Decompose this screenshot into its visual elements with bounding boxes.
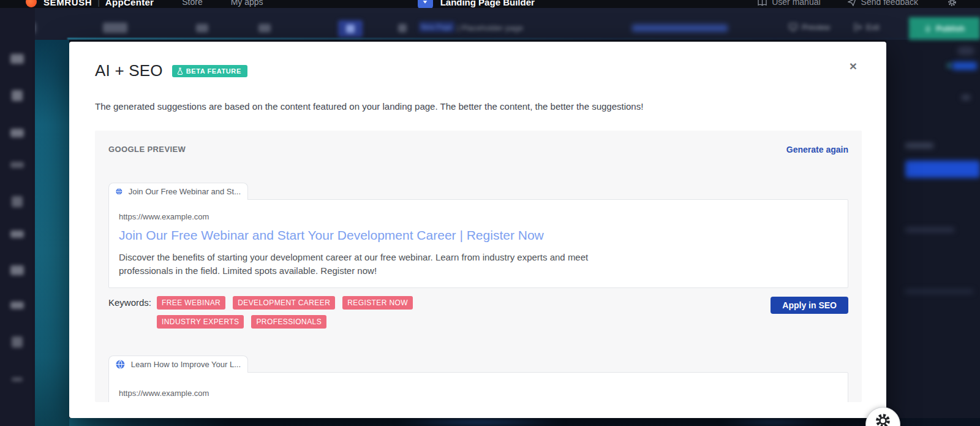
gear-icon: [875, 413, 891, 426]
beta-feature-badge: BETA FEATURE: [172, 65, 247, 77]
publish-label: Publish: [936, 24, 965, 33]
panel-label: [905, 143, 933, 148]
sidebar-image-icon[interactable]: [10, 162, 24, 168]
exit-label: Exit: [866, 23, 880, 32]
send-feedback-label: Send feedback: [861, 0, 918, 7]
brand-suffix: AppCenter: [105, 0, 154, 7]
preview-tab: Learn How to Improve Your L...: [108, 356, 248, 373]
landing-page-builder-app-icon: [418, 0, 433, 8]
serp-description: Discover the benefits of starting your d…: [119, 251, 595, 278]
panel-label: [905, 227, 954, 232]
exit-button[interactable]: Exit: [854, 23, 880, 32]
settings-panel: [886, 40, 980, 418]
flask-icon: [177, 67, 183, 75]
preview-card: Learn How to Improve Your L... https://w…: [108, 355, 848, 402]
serp-preview: https://www.example.com Join Our Free We…: [108, 199, 848, 288]
panel-label: [905, 289, 973, 294]
app-screen: SEMRUSH | AppCenter Store My apps Landin…: [0, 0, 980, 426]
serp-title-link: Join Our Free Webinar and Start Your Dev…: [119, 226, 838, 245]
toolbar-device-icon[interactable]: [398, 24, 407, 32]
page-status-badge: New Page: [419, 21, 454, 32]
generate-again-link[interactable]: Generate again: [786, 145, 848, 154]
ai-seo-modal: × AI + SEO BETA FEATURE The generated su…: [69, 42, 886, 418]
keywords-label: Keywords:: [108, 296, 151, 310]
keyword-chip: FREE WEBINAR: [157, 296, 225, 310]
page-name: | Placeholder page: [457, 23, 523, 32]
modal-intro: The generated suggestions are based on t…: [95, 101, 643, 112]
page-canvas: [35, 40, 69, 426]
toolbar-undo-icon[interactable]: [196, 24, 208, 32]
preview-card: Join Our Free Webinar and St... https://…: [108, 182, 848, 329]
preview-label: Preview: [802, 23, 830, 32]
preview-button[interactable]: Preview: [789, 23, 830, 32]
keyword-chip: DEVELOPMENT CAREER: [233, 296, 335, 310]
google-preview-header: GOOGLE PREVIEW: [108, 145, 186, 154]
serp-url: https://www.example.com: [119, 212, 838, 221]
paper-plane-icon: [848, 0, 856, 6]
send-feedback-link[interactable]: Send feedback: [848, 0, 918, 7]
brand-divider: |: [97, 0, 100, 7]
globe-icon: [116, 360, 125, 369]
keywords-row: Keywords: FREE WEBINAR DEVELOPMENT CAREE…: [108, 296, 848, 329]
panel-dot-icon: [948, 64, 951, 67]
sidebar-style-icon[interactable]: [12, 90, 23, 101]
keyword-chip: INDUSTRY EXPERTS: [157, 315, 244, 329]
nav-link-store[interactable]: Store: [182, 0, 202, 7]
book-icon: [758, 0, 767, 6]
sidebar-sections-icon[interactable]: [10, 54, 24, 64]
beta-feature-label: BETA FEATURE: [186, 67, 241, 75]
tab-title: Join Our Free Webinar and St...: [129, 187, 241, 196]
editor-sidebar: [0, 8, 35, 426]
close-icon[interactable]: ×: [850, 60, 857, 72]
sidebar-more-icon[interactable]: [12, 378, 23, 381]
sidebar-grid-icon[interactable]: [12, 337, 23, 348]
sidebar-button-icon[interactable]: [12, 196, 23, 207]
toolbar-redo-icon[interactable]: [258, 24, 271, 32]
tab-title: Learn How to Improve Your L...: [131, 360, 241, 369]
modal-title: AI + SEO: [95, 61, 163, 80]
exit-icon: [854, 23, 862, 31]
panel-link[interactable]: [952, 62, 977, 70]
serp-preview: https://www.example.com: [108, 372, 848, 402]
preview-tab: Join Our Free Webinar and St...: [108, 183, 248, 200]
rocket-icon: [924, 25, 932, 32]
settings-gear-icon[interactable]: [948, 0, 957, 7]
keyword-chip: PROFESSIONALS: [251, 315, 326, 329]
google-preview-panel: GOOGLE PREVIEW Generate again Join Our F…: [95, 131, 862, 402]
semrush-logo-icon: [26, 0, 37, 7]
user-manual-label: User manual: [772, 0, 820, 7]
toolbar-tool-icon[interactable]: [103, 23, 127, 33]
sidebar-form-icon[interactable]: [10, 230, 24, 238]
canvas-glow: [394, 418, 565, 426]
sidebar-text-icon[interactable]: [10, 129, 24, 137]
apply-in-seo-button[interactable]: Apply in SEO: [771, 297, 848, 314]
sidebar-code-icon[interactable]: [10, 265, 24, 275]
globe-icon: [116, 187, 123, 196]
canvas-bottom-strip: [69, 418, 980, 426]
panel-caret-icon[interactable]: [962, 95, 970, 100]
brand-name: SEMRUSH: [43, 0, 92, 7]
keyword-chip: REGISTER NOW: [342, 296, 413, 310]
sidebar-video-icon[interactable]: [10, 302, 24, 309]
user-manual-link[interactable]: User manual: [758, 0, 820, 7]
panel-primary-button[interactable]: [905, 161, 980, 178]
nav-link-my-apps[interactable]: My apps: [231, 0, 263, 7]
panel-toggle[interactable]: [957, 47, 974, 55]
serp-url: https://www.example.com: [119, 389, 838, 398]
search-input[interactable]: [632, 25, 728, 32]
keywords-list: FREE WEBINAR DEVELOPMENT CAREER REGISTER…: [157, 296, 500, 329]
toolbar-accent-line: [67, 38, 980, 39]
editor-toolbar: New Page | Placeholder page Preview Exit…: [0, 8, 980, 40]
app-title: Landing Page Builder: [440, 0, 535, 7]
top-nav: SEMRUSH | AppCenter Store My apps Landin…: [0, 0, 980, 8]
monitor-icon: [789, 23, 797, 31]
canvas-glow: [718, 418, 829, 426]
publish-button[interactable]: Publish: [909, 17, 980, 40]
toolbar-active-tool[interactable]: [338, 20, 363, 37]
